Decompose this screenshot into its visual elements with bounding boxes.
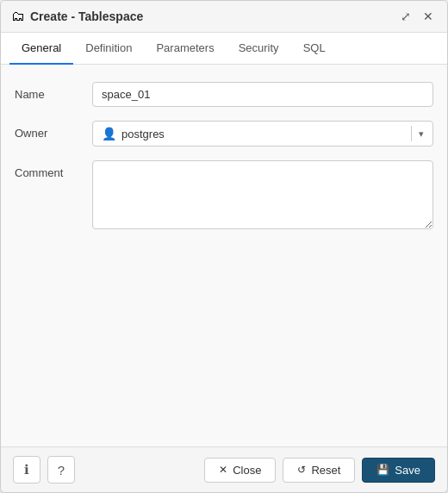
dialog-title: Create - Tablespace — [30, 9, 143, 23]
expand-button[interactable]: ⤢ — [397, 8, 414, 25]
comment-label: Comment — [15, 160, 92, 179]
close-button[interactable]: ✕ Close — [204, 458, 276, 483]
chevron-down-icon: ▾ — [419, 128, 424, 140]
name-row: Name — [15, 82, 433, 107]
reset-label: Reset — [311, 464, 340, 477]
title-left: 🗂 Create - Tablespace — [11, 9, 143, 24]
comment-row: Comment — [15, 160, 433, 229]
tab-definition[interactable]: Definition — [73, 33, 144, 65]
tab-bar: General Definition Parameters Security S… — [1, 33, 447, 65]
reset-button[interactable]: ↺ Reset — [283, 458, 355, 483]
owner-label: Owner — [15, 121, 92, 140]
close-label: Close — [233, 464, 261, 477]
footer-right: ✕ Close ↺ Reset 💾 Save — [204, 458, 435, 483]
info-button[interactable]: ℹ — [13, 456, 40, 484]
footer-left: ℹ ? — [13, 456, 75, 484]
tab-sql[interactable]: SQL — [291, 33, 338, 65]
owner-row: Owner 👤 postgres ▾ — [15, 121, 433, 147]
close-icon: ✕ — [219, 464, 227, 476]
name-label: Name — [15, 82, 92, 101]
title-controls: ⤢ ✕ — [397, 8, 437, 25]
save-icon: 💾 — [376, 464, 389, 476]
save-button[interactable]: 💾 Save — [362, 458, 435, 483]
footer: ℹ ? ✕ Close ↺ Reset 💾 Save — [1, 446, 447, 492]
owner-divider — [411, 126, 412, 141]
reset-icon: ↺ — [297, 464, 306, 476]
help-button[interactable]: ? — [47, 456, 75, 484]
comment-textarea[interactable] — [92, 160, 433, 229]
name-input[interactable] — [92, 82, 433, 107]
tab-parameters[interactable]: Parameters — [144, 33, 226, 65]
tab-security[interactable]: Security — [227, 33, 291, 65]
tab-general[interactable]: General — [9, 33, 73, 65]
tablespace-icon: 🗂 — [11, 9, 25, 24]
form-content: Name Owner 👤 postgres ▾ Comment — [1, 65, 447, 446]
dialog: 🗂 Create - Tablespace ⤢ ✕ General Defini… — [0, 0, 448, 493]
dialog-close-button[interactable]: ✕ — [420, 8, 437, 25]
owner-value: postgres — [121, 128, 404, 140]
title-bar: 🗂 Create - Tablespace ⤢ ✕ — [1, 1, 447, 33]
save-label: Save — [395, 464, 420, 477]
owner-select[interactable]: 👤 postgres ▾ — [92, 121, 433, 147]
owner-user-icon: 👤 — [102, 127, 116, 140]
